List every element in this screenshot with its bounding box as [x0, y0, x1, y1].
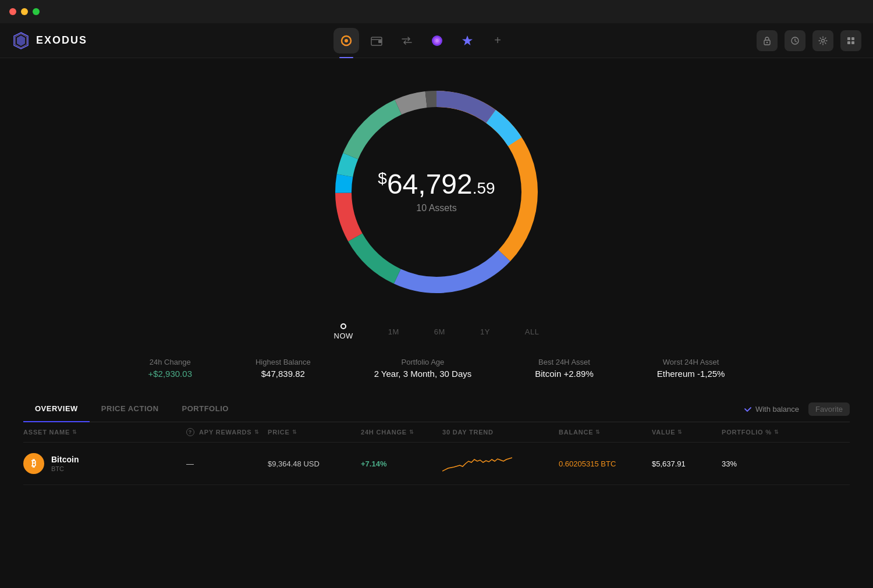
tab-price-action[interactable]: PRICE ACTION: [90, 396, 171, 422]
svg-rect-18: [851, 41, 854, 44]
stat-portfolio-age: Portfolio Age 2 Year, 3 Month, 30 Days: [374, 358, 472, 379]
main-content: $64,792.59 10 Assets NOW 1M 6M 1Y: [0, 58, 873, 588]
stats-row: 24h Change +$2,930.03 Highest Balance $4…: [116, 358, 757, 379]
time-option-now[interactable]: NOW: [334, 323, 353, 340]
svg-rect-16: [851, 37, 854, 40]
exodus-logo-icon: [12, 31, 30, 50]
svg-rect-15: [847, 37, 850, 40]
maximize-button[interactable]: [33, 8, 40, 15]
settings-button[interactable]: [812, 30, 833, 51]
svg-point-10: [435, 39, 439, 42]
tab-portfolio[interactable]: PORTFOLIO: [171, 396, 240, 422]
stat-24h-change: 24h Change +$2,930.03: [148, 358, 192, 379]
svg-rect-17: [847, 41, 850, 44]
th-apy-rewards[interactable]: ? APY REWARDS ⇅: [186, 428, 268, 436]
logo-text: EXODUS: [36, 34, 87, 47]
sort-icon-balance: ⇅: [595, 429, 601, 435]
time-dot: [340, 323, 346, 329]
stat-worst-asset: Worst 24H Asset Ethereum -1,25%: [657, 358, 725, 379]
nav-tabs: +: [333, 28, 510, 54]
with-balance-filter[interactable]: With balance: [744, 405, 799, 414]
table-header: ASSET NAME ⇅ ? APY REWARDS ⇅ PRICE ⇅ 24H…: [23, 422, 850, 443]
lock-button[interactable]: [757, 30, 778, 51]
th-30day-trend: 30 DAY TREND: [442, 428, 559, 436]
sort-icon-price: ⇅: [292, 429, 297, 435]
th-balance[interactable]: BALANCE ⇅: [559, 428, 652, 436]
stat-highest-balance: Highest Balance $47,839.82: [255, 358, 311, 379]
time-option-all[interactable]: ALL: [525, 327, 540, 336]
apy-info-icon: ?: [186, 428, 194, 436]
minimize-button[interactable]: [21, 8, 28, 15]
time-selector: NOW 1M 6M 1Y ALL: [334, 323, 540, 340]
sort-icon-portfolio: ⇅: [774, 429, 779, 435]
svg-marker-1: [17, 35, 25, 46]
bitcoin-icon: ₿: [23, 453, 44, 474]
nav-tab-portfolio[interactable]: [333, 28, 359, 54]
time-option-6m[interactable]: 6M: [434, 327, 445, 336]
th-24h-change[interactable]: 24H CHANGE ⇅: [361, 428, 442, 436]
th-price[interactable]: PRICE ⇅: [268, 428, 361, 436]
history-button[interactable]: [785, 30, 805, 51]
btc-apy: —: [186, 459, 268, 468]
plus-icon: +: [494, 34, 501, 47]
donut-chart-container: $64,792.59 10 Assets: [314, 70, 559, 314]
bottom-section: OVERVIEW PRICE ACTION PORTFOLIO With bal…: [0, 396, 873, 485]
title-bar: [0, 0, 873, 23]
stat-best-asset: Best 24H Asset Bitcoin +2.89%: [535, 358, 593, 379]
nav-tab-plus[interactable]: +: [485, 28, 510, 54]
btc-24h-change: +7.14%: [361, 459, 442, 468]
favorite-filter[interactable]: Favorite: [808, 402, 850, 416]
btc-sparkline: [442, 451, 559, 476]
tab-filters: With balance Favorite: [744, 402, 850, 416]
logo-area: EXODUS: [12, 31, 87, 50]
app-container: EXODUS: [0, 23, 873, 588]
assets-count: 10 Assets: [378, 203, 495, 213]
grid-button[interactable]: [840, 30, 861, 51]
time-option-1y[interactable]: 1Y: [480, 327, 490, 336]
sort-icon-value: ⇅: [677, 429, 683, 435]
svg-point-12: [766, 41, 768, 42]
chart-area: $64,792.59 10 Assets NOW 1M 6M 1Y: [0, 70, 873, 396]
nav-tab-app2[interactable]: [455, 28, 480, 54]
svg-point-4: [345, 39, 348, 42]
table-row[interactable]: ₿ Bitcoin BTC — $9,364.48 USD +7.14% 0.6…: [23, 443, 850, 485]
btc-portfolio-pct: 33%: [722, 459, 780, 468]
th-portfolio-pct[interactable]: PORTFOLIO % ⇅: [722, 428, 780, 436]
time-option-1m[interactable]: 1M: [388, 327, 399, 336]
asset-name-info: Bitcoin BTC: [51, 455, 79, 472]
btc-value: $5,637.91: [652, 459, 722, 468]
asset-name-cell-btc: ₿ Bitcoin BTC: [23, 453, 186, 474]
th-asset-name[interactable]: ASSET NAME ⇅: [23, 428, 186, 436]
nav-tab-app1[interactable]: [424, 28, 450, 54]
svg-rect-6: [378, 40, 382, 43]
donut-center-text: $64,792.59 10 Assets: [378, 170, 495, 213]
close-button[interactable]: [9, 8, 16, 15]
tab-overview[interactable]: OVERVIEW: [23, 396, 90, 422]
th-value[interactable]: VALUE ⇅: [652, 428, 722, 436]
nav-tab-wallet[interactable]: [364, 28, 389, 54]
sort-icon-apy: ⇅: [254, 429, 260, 435]
portfolio-value: $64,792.59: [378, 170, 495, 198]
sort-icon-asset: ⇅: [72, 429, 77, 435]
sort-icon-24h: ⇅: [409, 429, 414, 435]
btc-price: $9,364.48 USD: [268, 459, 361, 468]
btc-balance: 0.60205315 BTC: [559, 459, 652, 468]
svg-point-14: [822, 39, 825, 42]
nav-tab-exchange[interactable]: [394, 28, 420, 54]
top-nav: EXODUS: [0, 23, 873, 58]
nav-right: [757, 30, 861, 51]
asset-tabs: OVERVIEW PRICE ACTION PORTFOLIO With bal…: [23, 396, 850, 422]
check-icon: [744, 405, 752, 413]
